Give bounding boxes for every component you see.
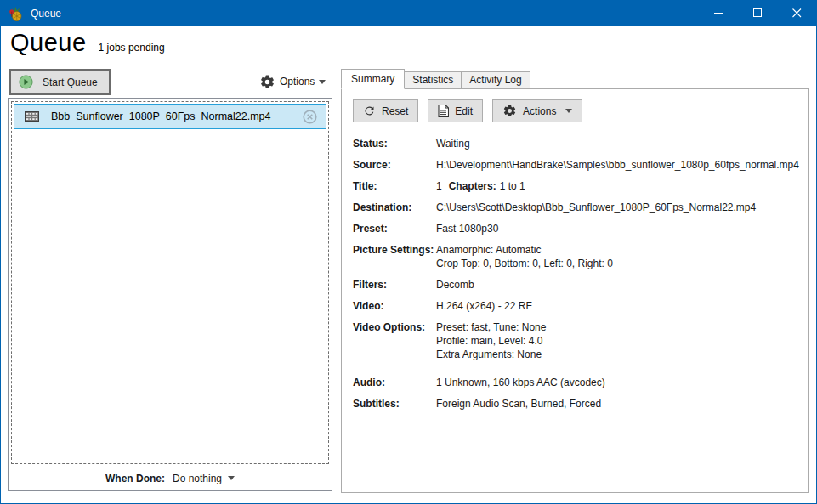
filters-value: Decomb bbox=[436, 278, 474, 292]
queue-item[interactable]: Bbb_Sunflower_1080P_60Fps_Normal22.mp4 bbox=[14, 104, 326, 129]
options-dropdown[interactable]: Options bbox=[259, 71, 326, 92]
summary-row-video-options: Video Options: Preset: fast, Tune: None … bbox=[353, 320, 797, 361]
summary-row-title: Title: 1Chapters:1 to 1 bbox=[353, 179, 797, 193]
actions-dropdown-button[interactable]: Actions bbox=[492, 99, 582, 122]
video-options-line1: Preset: fast, Tune: None bbox=[436, 320, 546, 334]
summary-row-filters: Filters: Decomb bbox=[353, 278, 797, 292]
edit-label: Edit bbox=[455, 105, 473, 117]
maximize-button[interactable] bbox=[738, 0, 777, 26]
video-options-line2: Profile: main, Level: 4.0 bbox=[436, 334, 546, 348]
queue-item-filename: Bbb_Sunflower_1080P_60Fps_Normal22.mp4 bbox=[51, 110, 291, 122]
when-done-label: When Done: bbox=[105, 473, 165, 484]
summary-row-picture-settings: Picture Settings: Anamorphic: Automatic … bbox=[353, 243, 797, 270]
chevron-down-icon bbox=[228, 476, 235, 480]
status-value: Waiting bbox=[436, 137, 470, 150]
summary-row-video: Video: H.264 (x264) - 22 RF bbox=[353, 299, 797, 313]
gear-icon bbox=[259, 74, 275, 90]
tab-summary[interactable]: Summary bbox=[341, 69, 405, 89]
tab-statistics[interactable]: Statistics bbox=[404, 71, 462, 88]
handbrake-logo-icon bbox=[9, 6, 24, 21]
video-options-line3: Extra Arguments: None bbox=[436, 348, 546, 361]
gear-icon bbox=[502, 104, 517, 118]
titlebar: Queue bbox=[1, 0, 816, 26]
play-icon bbox=[19, 75, 33, 89]
queue-list[interactable]: Bbb_Sunflower_1080P_60Fps_Normal22.mp4 bbox=[11, 101, 329, 464]
summary-row-subtitles: Subtitles: Foreign Audio Scan, Burned, F… bbox=[353, 397, 797, 411]
chapters-label: Chapters: bbox=[449, 180, 496, 192]
close-button[interactable] bbox=[777, 0, 816, 26]
summary-row-source: Source: H:\Development\HandBrake\Samples… bbox=[353, 158, 797, 172]
options-label: Options bbox=[280, 76, 315, 88]
reset-button[interactable]: Reset bbox=[353, 99, 418, 122]
picture-settings-line1: Anamorphic: Automatic bbox=[436, 243, 613, 257]
preset-value: Fast 1080p30 bbox=[436, 222, 498, 235]
when-done-dropdown[interactable]: Do nothing bbox=[173, 473, 235, 484]
title-value: 1 bbox=[436, 180, 442, 192]
when-done-row: When Done: Do nothing bbox=[11, 466, 329, 490]
destination-value: C:\Users\Scott\Desktop\Bbb_Sunflower_108… bbox=[436, 201, 756, 214]
video-value: H.264 (x264) - 22 RF bbox=[436, 299, 532, 313]
audio-value: 1 Unknown, 160 kbps AAC (avcodec) bbox=[436, 376, 605, 389]
source-value: H:\Development\HandBrake\Samples\bbb_sun… bbox=[436, 158, 799, 172]
document-icon bbox=[438, 105, 449, 117]
film-strip-icon bbox=[25, 111, 39, 122]
queue-panel: Bbb_Sunflower_1080P_60Fps_Normal22.mp4 W… bbox=[8, 98, 332, 491]
jobs-pending-count: 1 jobs pending bbox=[99, 42, 165, 54]
tab-bar: Summary Statistics Activity Log bbox=[341, 69, 530, 88]
edit-button[interactable]: Edit bbox=[428, 99, 483, 122]
chevron-down-icon bbox=[319, 80, 326, 84]
when-done-value: Do nothing bbox=[173, 473, 222, 484]
summary-fields: Status: Waiting Source: H:\Development\H… bbox=[353, 137, 797, 411]
tab-activity-log[interactable]: Activity Log bbox=[461, 71, 530, 88]
remove-item-icon[interactable] bbox=[303, 110, 317, 124]
window-controls bbox=[699, 0, 816, 26]
picture-settings-line2: Crop Top: 0, Bottom: 0, Left: 0, Right: … bbox=[436, 257, 613, 270]
window-title: Queue bbox=[31, 8, 61, 20]
page-title: Queue bbox=[10, 29, 87, 57]
summary-toolbar: Reset Edit Actions bbox=[353, 99, 797, 122]
summary-panel: Reset Edit Actions bbox=[341, 88, 809, 493]
page-header: Queue 1 jobs pending bbox=[10, 29, 165, 57]
chapters-value: 1 to 1 bbox=[500, 180, 525, 192]
summary-row-destination: Destination: C:\Users\Scott\Desktop\Bbb_… bbox=[353, 201, 797, 214]
queue-window: Queue Queue 1 jobs pending Start Queue bbox=[0, 0, 817, 504]
refresh-icon bbox=[363, 105, 376, 117]
start-queue-button[interactable]: Start Queue bbox=[9, 69, 111, 95]
summary-row-status: Status: Waiting bbox=[353, 137, 797, 150]
reset-label: Reset bbox=[382, 105, 408, 117]
subtitles-value: Foreign Audio Scan, Burned, Forced bbox=[436, 397, 601, 411]
summary-row-audio: Audio: 1 Unknown, 160 kbps AAC (avcodec) bbox=[353, 376, 797, 389]
actions-label: Actions bbox=[523, 105, 556, 117]
start-queue-label: Start Queue bbox=[43, 76, 98, 88]
summary-row-preset: Preset: Fast 1080p30 bbox=[353, 222, 797, 235]
chevron-down-icon bbox=[565, 109, 572, 113]
minimize-button[interactable] bbox=[699, 0, 738, 26]
